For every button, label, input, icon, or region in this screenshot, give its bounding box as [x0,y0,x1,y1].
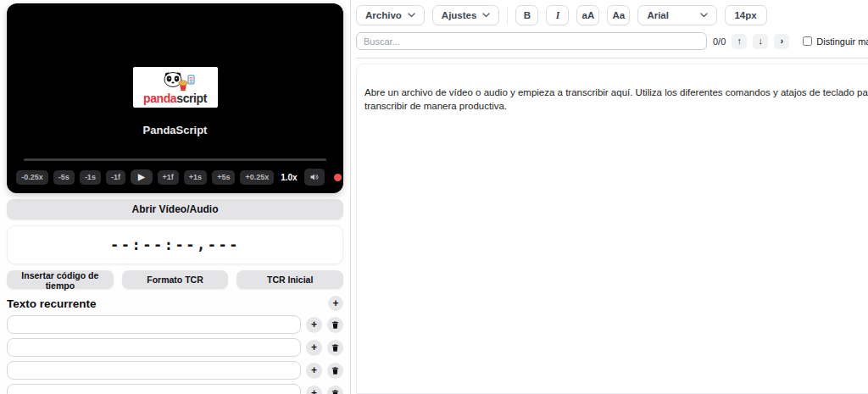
search-prev-button[interactable]: ↑ [732,34,747,49]
arrow-down-icon: ↓ [759,36,764,46]
fwd-1f-button[interactable]: +1f [158,170,179,185]
plus-icon: + [311,342,317,352]
tcr-initial-button[interactable]: TCR Inicial [236,270,343,289]
chevron-down-icon [700,13,708,18]
font-family-select[interactable]: Arial [637,5,717,25]
trash-icon [331,343,340,352]
video-title: PandaScript [7,124,343,136]
font-family-value: Arial [647,10,669,20]
player-bottom-bar: -0.25x -5s -1s -1f ▶ +1f +1s +5s +0.25x … [24,158,326,186]
plus-icon: + [311,319,317,330]
insert-recurring-text-button[interactable]: + [306,363,322,379]
search-go-button[interactable]: › [774,34,789,49]
search-input[interactable] [356,32,707,50]
recurring-row: + [7,338,343,357]
insert-recurring-text-button[interactable]: + [306,386,322,394]
fwd-1s-button[interactable]: +1s [184,170,207,185]
font-size-select[interactable]: 14px [725,5,767,25]
editor-panel: Archivo Ajustes B I aA Aa Arial 14px [351,0,868,394]
chevron-down-icon [482,13,490,18]
recurring-text-header: Texto recurrente + [7,296,343,311]
insert-recurring-text-button[interactable]: + [306,317,322,333]
logo-wordmark: pandascript [143,92,207,104]
recurring-text-input[interactable] [7,338,301,357]
italic-icon: I [556,10,559,20]
video-progress-bar[interactable] [24,158,326,161]
transcription-placeholder-text: Abre un archivo de vídeo o audio y empie… [364,86,868,113]
trash-icon [331,389,340,394]
play-icon: ▶ [138,172,145,181]
case-small-icon: aA [582,10,595,20]
recurring-text-input[interactable] [7,361,301,380]
archivo-menu-label: Archivo [365,10,402,20]
toolbar-divider [507,7,508,24]
panda-cupcake-illustration [156,70,195,92]
capitalize-button[interactable]: Aa [607,5,630,25]
transcription-text-area[interactable]: Abre un archivo de vídeo o audio y empie… [356,64,868,394]
italic-button[interactable]: I [546,5,569,25]
arrow-up-icon: ↑ [737,36,743,46]
plus-icon: + [332,298,338,308]
logo-wordmark-script: script [176,92,207,105]
plus-icon: + [311,388,317,394]
speed-up-button[interactable]: +0.25x [240,170,274,185]
ajustes-menu-label: Ajustes [442,10,477,20]
mute-button[interactable] [304,169,325,186]
open-video-audio-button[interactable]: Abrir Vídeo/Audio [7,199,343,219]
timecode-display: --:--:--,--- [110,236,240,253]
bold-button[interactable]: B [515,5,538,25]
add-recurring-row-button[interactable]: + [328,296,343,311]
editor-toolbar: Archivo Ajustes B I aA Aa Arial 14px [356,5,868,25]
recurring-text-input[interactable] [7,384,301,394]
search-next-button[interactable]: ↓ [753,34,768,49]
trash-icon [331,320,340,330]
tcr-button-row: Insertar código de tiempo Formato TCR TC… [7,270,343,289]
ajustes-menu-button[interactable]: Ajustes [432,5,500,25]
delete-recurring-row-button[interactable] [327,363,343,379]
speaker-icon [309,172,320,182]
timecode-panel: --:--:--,--- [7,225,343,264]
archivo-menu-button[interactable]: Archivo [356,5,425,25]
trash-icon [331,366,340,375]
recurring-row: + [7,315,343,334]
font-size-value: 14px [734,10,756,20]
volume-slider-knob[interactable] [334,174,342,181]
recurring-row: + [7,361,343,380]
insert-recurring-text-button[interactable]: + [306,340,322,356]
playback-speed-label: 1.0x [281,173,297,182]
search-bar: 0/0 ↑ ↓ › Distinguir mayúsculas [356,32,868,58]
case-sensitive-label: Distinguir mayúsculas [816,36,868,47]
chevron-right-icon: › [780,36,783,46]
recurring-row: + [7,384,343,394]
play-button[interactable]: ▶ [131,169,153,185]
search-match-count: 0/0 [713,36,726,47]
left-panel: pandascript PandaScript -0.25x -5s -1s -… [0,0,351,394]
bold-icon: B [524,10,531,20]
delete-recurring-row-button[interactable] [327,317,343,333]
delete-recurring-row-button[interactable] [327,386,343,394]
chevron-down-icon [408,13,415,18]
insert-timecode-button[interactable]: Insertar código de tiempo [7,270,114,289]
pandascript-logo: pandascript [133,67,218,108]
recurring-text-input[interactable] [7,315,301,334]
playback-controls: -0.25x -5s -1s -1f ▶ +1f +1s +5s +0.25x … [24,169,326,186]
fwd-5s-button[interactable]: +5s [212,170,235,185]
tcr-format-button[interactable]: Formato TCR [122,270,229,289]
video-player[interactable]: pandascript PandaScript -0.25x -5s -1s -… [7,3,343,193]
case-large-icon: Aa [613,10,626,20]
logo-wordmark-panda: panda [143,92,176,105]
case-sensitive-checkbox[interactable] [803,36,812,46]
lowercase-to-uppercase-button[interactable]: aA [576,5,599,25]
app-window: pandascript PandaScript -0.25x -5s -1s -… [0,0,868,394]
recurring-text-title: Texto recurrente [7,297,97,310]
back-5s-button[interactable]: -5s [53,170,75,185]
back-1s-button[interactable]: -1s [80,170,101,185]
plus-icon: + [311,365,317,375]
speed-down-button[interactable]: -0.25x [16,170,48,185]
case-sensitive-option: Distinguir mayúsculas [803,36,868,47]
delete-recurring-row-button[interactable] [327,340,343,356]
back-1f-button[interactable]: -1f [106,170,125,185]
